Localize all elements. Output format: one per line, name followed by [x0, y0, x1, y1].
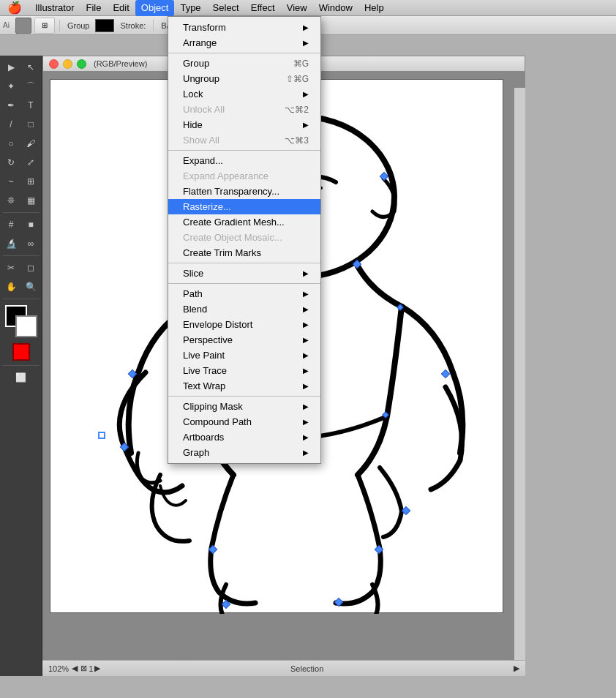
close-button[interactable]	[49, 59, 59, 69]
menu-item-create-trim-marks[interactable]: Create Trim Marks	[168, 245, 320, 260]
menubar-window[interactable]: Window	[313, 0, 358, 16]
menu-item-live-trace-label: Live Trace	[183, 365, 227, 376]
rect-tool[interactable]: □	[21, 116, 40, 133]
menu-item-clipping-mask[interactable]: Clipping Mask ▶	[168, 399, 320, 414]
page-number: 1	[89, 664, 93, 673]
maximize-button[interactable]	[77, 59, 86, 69]
menubar-help[interactable]: Help	[358, 0, 390, 16]
menu-item-envelope-distort[interactable]: Envelope Distort ▶	[168, 317, 320, 332]
menu-item-flatten-transparency[interactable]: Flatten Transparency...	[168, 184, 320, 199]
minimize-button[interactable]	[63, 59, 72, 69]
menubar-view[interactable]: View	[281, 0, 313, 16]
eraser-tool[interactable]: ◻	[21, 259, 40, 277]
column-graph-tool[interactable]: ▦	[21, 192, 40, 209]
menu-item-lock-label: Lock	[183, 89, 203, 100]
ellipse-tool[interactable]: ○	[1, 135, 20, 152]
warp-tool[interactable]: ~	[1, 173, 20, 190]
shape-tools: ○ 🖌	[1, 135, 40, 152]
hand-tool[interactable]: ✋	[1, 278, 20, 296]
gradient-tool[interactable]: ■	[21, 216, 40, 233]
vertical-scrollbar[interactable]	[514, 88, 525, 660]
menu-item-path[interactable]: Path ▶	[168, 286, 320, 301]
lasso-tools: ✦ ⌒	[1, 78, 40, 95]
menu-item-blend[interactable]: Blend ▶	[168, 301, 320, 317]
magic-wand-tool[interactable]: ✦	[1, 78, 20, 95]
menu-item-expand[interactable]: Expand...	[168, 153, 320, 168]
menu-sep-5	[168, 396, 320, 397]
menu-item-rasterize[interactable]: Rasterize...	[168, 199, 320, 214]
brush-icon[interactable]	[15, 18, 31, 34]
submenu-arrow-path: ▶	[303, 290, 309, 298]
free-transform-tool[interactable]: ⊞	[21, 173, 40, 190]
menu-item-path-label: Path	[183, 288, 203, 299]
menu-item-graph[interactable]: Graph ▶	[168, 445, 320, 460]
zoom-nav[interactable]: ◀	[72, 664, 78, 673]
menu-sep-3	[168, 263, 320, 263]
symbol-tool[interactable]: ❊	[1, 192, 20, 209]
screen-mode-btn[interactable]: ⬜	[12, 369, 31, 386]
menu-item-hide[interactable]: Hide ▶	[168, 117, 320, 132]
scale-tool[interactable]: ⤢	[21, 154, 40, 171]
nav-arrow[interactable]: ▶	[514, 664, 519, 673]
group-label: Group	[64, 21, 93, 30]
blend-tool[interactable]: ∞	[21, 235, 40, 252]
menu-item-text-wrap[interactable]: Text Wrap ▶	[168, 378, 320, 394]
view-toggle[interactable]: ⊞	[34, 18, 55, 34]
zoom-tool[interactable]: 🔍	[21, 278, 40, 296]
pen-tool[interactable]: ✒	[1, 97, 20, 114]
background-color[interactable]	[15, 315, 37, 337]
menu-item-compound-path[interactable]: Compound Path ▶	[168, 414, 320, 429]
mesh-tools: # ■	[1, 216, 40, 233]
direct-select-tool[interactable]: ↖	[21, 59, 40, 76]
menu-item-live-paint[interactable]: Live Paint ▶	[168, 348, 320, 363]
menu-item-ungroup[interactable]: Ungroup ⇧⌘G	[168, 71, 320, 86]
stroke-label: Stroke:	[117, 21, 149, 30]
symbol-tools: ❊ ▦	[1, 192, 40, 209]
menubar-object[interactable]: Object	[135, 0, 175, 16]
menu-item-transform[interactable]: Transform ▶	[168, 20, 320, 35]
lasso-tool[interactable]: ⌒	[21, 78, 40, 95]
stroke-color-swatch[interactable]	[95, 19, 114, 32]
menu-item-create-gradient-mesh-label: Create Gradient Mesh...	[183, 217, 285, 228]
menu-item-perspective[interactable]: Perspective ▶	[168, 332, 320, 348]
menu-item-lock[interactable]: Lock ▶	[168, 86, 320, 102]
menu-item-expand-appearance-label: Expand Appearance	[183, 170, 268, 181]
mesh-tool[interactable]: #	[1, 216, 20, 233]
page-indicator: ⊠	[80, 664, 87, 673]
tool-separator-3	[3, 299, 40, 299]
menu-item-ungroup-shortcut: ⇧⌘G	[286, 74, 309, 84]
page-nav[interactable]: ▶	[94, 664, 100, 673]
menubar-select[interactable]: Select	[207, 0, 245, 16]
menu-item-expand-appearance: Expand Appearance	[168, 168, 320, 184]
submenu-arrow-arrange: ▶	[303, 39, 309, 47]
menu-item-artboards[interactable]: Artboards ▶	[168, 429, 320, 445]
menubar-illustrator[interactable]: Illustrator	[29, 0, 80, 16]
menu-item-create-object-mosaic-label: Create Object Mosaic...	[183, 232, 282, 243]
menu-item-clipping-mask-label: Clipping Mask	[183, 401, 243, 412]
menu-item-group[interactable]: Group ⌘G	[168, 56, 320, 71]
submenu-arrow-text-wrap: ▶	[303, 382, 309, 390]
brush-tool[interactable]: 🖌	[21, 135, 40, 152]
menu-item-arrange[interactable]: Arrange ▶	[168, 35, 320, 50]
submenu-arrow-blend: ▶	[303, 305, 309, 313]
menu-item-compound-path-label: Compound Path	[183, 416, 252, 427]
menubar-file[interactable]: File	[80, 0, 107, 16]
line-tool[interactable]: /	[1, 116, 20, 133]
eyedropper-tool[interactable]: 🔬	[1, 235, 20, 252]
menu-item-live-trace[interactable]: Live Trace ▶	[168, 363, 320, 378]
menubar-edit[interactable]: Edit	[107, 0, 135, 16]
selection-tool[interactable]: ▶	[1, 59, 20, 76]
apple-menu[interactable]: 🍎	[0, 1, 29, 15]
rotate-tool[interactable]: ↻	[1, 154, 20, 171]
menu-item-text-wrap-label: Text Wrap	[183, 380, 225, 391]
type-tool[interactable]: T	[21, 97, 40, 114]
menubar-type[interactable]: Type	[174, 0, 206, 16]
menu-item-group-label: Group	[183, 58, 209, 69]
menu-item-slice[interactable]: Slice ▶	[168, 266, 320, 281]
submenu-arrow-transform: ▶	[303, 23, 309, 31]
fill-stroke-icon[interactable]	[12, 343, 30, 361]
ai-logo: Ai	[3, 21, 10, 29]
menu-item-create-gradient-mesh[interactable]: Create Gradient Mesh...	[168, 214, 320, 230]
scissors-tool[interactable]: ✂	[1, 259, 20, 277]
menubar-effect[interactable]: Effect	[245, 0, 281, 16]
